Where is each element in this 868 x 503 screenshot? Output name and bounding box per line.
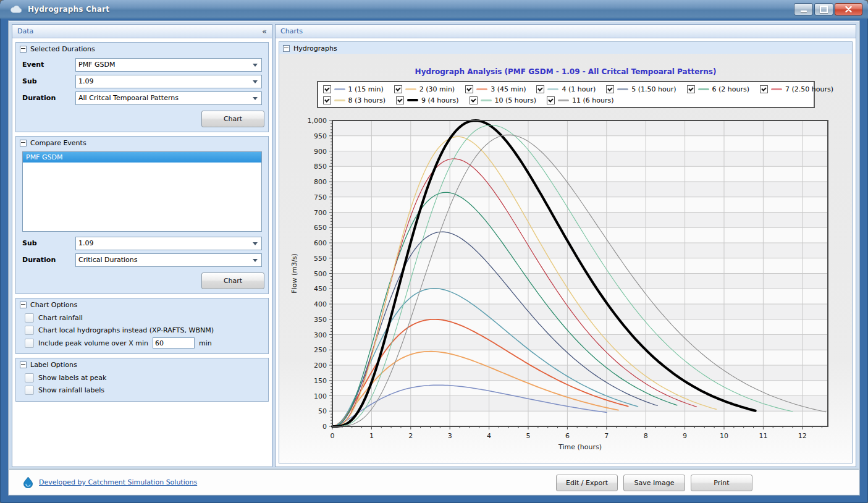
label-option-checkbox[interactable] [25,386,34,395]
chart-button-compare[interactable]: Chart [201,273,264,289]
window-content-frame: Data « Selected Durations EventPMF GSDMS… [8,20,860,496]
legend-checkbox[interactable] [323,85,331,93]
collapse-group-icon[interactable] [283,45,290,52]
duration-dropdown[interactable]: Critical Durations [75,253,262,267]
label-option-row: Show rainfall labels [25,385,259,395]
plot-host: 0501001502002503003504004505005506006507… [284,112,852,467]
chart-options-group: Chart Options Chart rainfallChart local … [15,298,269,354]
svg-text:400: 400 [314,300,327,308]
collapse-group-icon[interactable] [20,302,27,308]
legend-checkbox[interactable] [323,96,331,104]
legend-label: 5 (1.50 hour) [631,85,676,93]
duration-label: Duration [22,256,75,264]
selected-durations-field-row: Sub1.09 [22,75,262,88]
restore-icon [820,6,828,13]
title-bar: Hydrographs Chart [0,0,868,19]
legend-checkbox[interactable] [465,85,473,93]
label-option-checkbox[interactable] [25,373,34,383]
chart-surface: Hydrograph Analysis (PMF GSDM - 1.09 - A… [279,54,852,463]
label-option-row: Show labels at peak [25,373,259,383]
svg-text:100: 100 [314,392,327,400]
svg-text:950: 950 [314,132,327,140]
svg-text:3: 3 [448,432,452,440]
chevron-down-icon [253,80,258,83]
legend-checkbox[interactable] [687,85,695,93]
window-controls [794,3,862,15]
chart-option-checkbox[interactable] [25,313,34,323]
sub-label: Sub [22,77,75,85]
duration-dropdown[interactable]: All Critcal Tempoaral Patterns [75,91,262,105]
svg-text:300: 300 [314,331,327,339]
save-image-button[interactable]: Save Image [623,475,685,491]
chart-option-checkbox[interactable] [25,326,34,335]
legend-label: 2 (30 min) [419,85,455,93]
sub-dropdown[interactable]: 1.09 [75,75,262,88]
compare-events-title: Compare Events [30,139,86,147]
label-options-checkboxes: Show labels at peakShow rainfall labels [16,373,268,401]
peak-volume-input[interactable] [153,337,195,349]
collapse-group-icon[interactable] [20,46,27,53]
svg-text:750: 750 [314,193,327,201]
chart-option-label: Chart rainfall [38,314,83,322]
legend-item: 4 (1 hour) [536,85,596,93]
svg-text:800: 800 [314,178,327,186]
selected-durations-field-row: EventPMF GSDM [22,58,262,71]
chevron-down-icon [253,97,258,100]
compare-events-list[interactable]: PMF GSDM [22,151,262,232]
legend-checkbox[interactable] [396,96,404,104]
developer-link[interactable]: Developed by Catchment Simulation Soluti… [39,478,197,486]
list-item[interactable]: PMF GSDM [23,152,261,163]
svg-text:350: 350 [314,316,327,324]
legend-label: 4 (1 hour) [562,85,596,93]
sub-dropdown[interactable]: 1.09 [75,237,262,250]
chart-legend: 1 (15 min)2 (30 min)3 (45 min)4 (1 hour)… [317,81,815,108]
legend-swatch [334,88,345,90]
chart-button-durations[interactable]: Chart [201,111,264,127]
compare-events-fields: Sub1.09DurationCritical Durations [16,237,268,266]
svg-text:4: 4 [487,432,491,440]
legend-checkbox[interactable] [606,85,614,93]
legend-checkbox[interactable] [760,85,768,93]
compare-events-field-row: DurationCritical Durations [22,253,262,266]
legend-checkbox[interactable] [394,85,402,93]
data-panel: Data « Selected Durations EventPMF GSDMS… [12,24,272,467]
legend-item: 3 (45 min) [465,85,526,93]
duration-label: Duration [22,94,75,102]
compare-events-field-row: Sub1.09 [22,237,262,250]
svg-text:450: 450 [314,285,327,293]
legend-label: 9 (4 hours) [421,96,459,104]
collapse-group-icon[interactable] [20,140,27,146]
minimize-icon [801,11,807,12]
collapse-panel-icon[interactable]: « [262,28,267,35]
svg-text:200: 200 [314,361,327,370]
svg-text:250: 250 [314,346,327,354]
legend-checkbox[interactable] [547,96,555,104]
svg-text:7: 7 [604,432,609,440]
legend-swatch [334,99,345,101]
label-option-label: Show rainfall labels [38,386,104,394]
sub-label: Sub [22,239,75,247]
edit-export-button[interactable]: Edit / Export [556,475,618,491]
print-button[interactable]: Print [691,475,752,491]
svg-text:1: 1 [369,432,374,440]
svg-text:0: 0 [331,432,335,440]
close-button[interactable] [835,3,862,15]
selected-durations-button-row: Chart [16,108,268,132]
collapse-group-icon[interactable] [20,361,27,368]
legend-checkbox[interactable] [536,85,544,93]
peak-volume-checkbox[interactable] [25,339,34,348]
restore-button[interactable] [814,3,833,15]
minimize-button[interactable] [794,3,813,15]
legend-item: 6 (2 hours) [687,85,750,93]
legend-label: 11 (6 hours) [572,96,614,104]
legend-item: 11 (6 hours) [547,96,614,104]
x-axis-label: Time (hours) [558,443,602,451]
legend-swatch [771,88,782,90]
legend-checkbox[interactable] [470,96,478,104]
charts-panel-body: Hydrographs Hydrograph Analysis (PMF GSD… [276,38,856,467]
legend-label: 7 (2.50 hours) [785,85,833,93]
event-dropdown[interactable]: PMF GSDM [75,58,262,72]
legend-item: 8 (3 hours) [323,96,386,104]
svg-text:700: 700 [314,209,327,217]
legend-swatch [405,88,416,90]
